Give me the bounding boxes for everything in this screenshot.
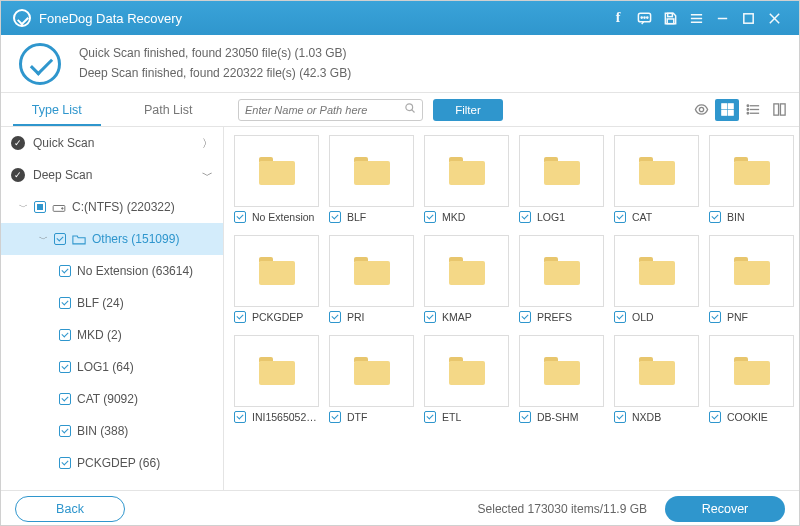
sidebar-item[interactable]: No Extension (63614) bbox=[1, 255, 223, 287]
checkbox[interactable] bbox=[59, 265, 71, 277]
save-icon[interactable] bbox=[657, 5, 683, 31]
grid-item[interactable]: NXDB bbox=[614, 335, 699, 427]
folder-thumb bbox=[234, 235, 319, 307]
checkbox[interactable] bbox=[614, 311, 626, 323]
checkbox[interactable] bbox=[424, 411, 436, 423]
sidebar-drive[interactable]: ﹀C:(NTFS) (220322) bbox=[1, 191, 223, 223]
checkbox[interactable] bbox=[329, 411, 341, 423]
chevron-down-icon: ﹀ bbox=[202, 168, 213, 183]
grid-item[interactable]: CAT bbox=[614, 135, 699, 227]
svg-rect-27 bbox=[780, 104, 785, 115]
grid-item[interactable]: DTF bbox=[329, 335, 414, 427]
grid-item[interactable]: BIN bbox=[709, 135, 794, 227]
maximize-icon[interactable] bbox=[735, 5, 761, 31]
folder-thumb bbox=[519, 235, 604, 307]
checkbox[interactable] bbox=[519, 311, 531, 323]
sidebar-item[interactable]: LOG1 (64) bbox=[1, 351, 223, 383]
menu-icon[interactable] bbox=[683, 5, 709, 31]
titlebar: FoneDog Data Recovery f bbox=[1, 1, 799, 35]
sidebar-item[interactable]: PCKGDEP (66) bbox=[1, 447, 223, 479]
sidebar-deep-scan[interactable]: ✓Deep Scan﹀ bbox=[1, 159, 223, 191]
grid-item-label: COOKIE bbox=[727, 411, 768, 423]
svg-rect-5 bbox=[667, 18, 674, 23]
filter-button[interactable]: Filter bbox=[433, 99, 503, 121]
svg-rect-4 bbox=[667, 13, 672, 16]
svg-rect-19 bbox=[728, 110, 733, 115]
checkbox[interactable] bbox=[709, 311, 721, 323]
feedback-icon[interactable] bbox=[631, 5, 657, 31]
checkbox[interactable] bbox=[329, 311, 341, 323]
checkbox[interactable] bbox=[424, 311, 436, 323]
recover-button[interactable]: Recover bbox=[665, 496, 785, 522]
grid-item[interactable]: DB-SHM bbox=[519, 335, 604, 427]
folder-thumb bbox=[519, 135, 604, 207]
facebook-icon[interactable]: f bbox=[605, 5, 631, 31]
sidebar-item[interactable]: BIN (388) bbox=[1, 415, 223, 447]
grid-item[interactable]: MKD bbox=[424, 135, 509, 227]
sidebar-item[interactable]: CAT (9092) bbox=[1, 383, 223, 415]
checkbox[interactable] bbox=[59, 361, 71, 373]
checkbox[interactable] bbox=[59, 329, 71, 341]
close-icon[interactable] bbox=[761, 5, 787, 31]
folder-icon bbox=[639, 257, 675, 285]
checkbox[interactable] bbox=[614, 211, 626, 223]
checkbox[interactable] bbox=[59, 297, 71, 309]
checkbox[interactable] bbox=[424, 211, 436, 223]
grid-item[interactable]: KMAP bbox=[424, 235, 509, 327]
grid-item[interactable]: PCKGDEP bbox=[234, 235, 319, 327]
tab-path-list[interactable]: Path List bbox=[113, 93, 225, 126]
sidebar-item[interactable]: MKD (2) bbox=[1, 319, 223, 351]
grid-item[interactable]: PREFS bbox=[519, 235, 604, 327]
checkbox[interactable] bbox=[234, 411, 246, 423]
search-box[interactable] bbox=[238, 99, 423, 121]
grid-item[interactable]: PRI bbox=[329, 235, 414, 327]
checkbox[interactable] bbox=[59, 457, 71, 469]
search-icon[interactable] bbox=[404, 102, 416, 117]
grid-item[interactable]: BLF bbox=[329, 135, 414, 227]
minimize-icon[interactable] bbox=[709, 5, 735, 31]
checkbox[interactable] bbox=[709, 411, 721, 423]
grid-item[interactable]: ETL bbox=[424, 335, 509, 427]
folder-thumb bbox=[519, 335, 604, 407]
folder-thumb bbox=[329, 135, 414, 207]
grid-item-label: CAT bbox=[632, 211, 652, 223]
sidebar: ✓Quick Scan〉 ✓Deep Scan﹀ ﹀C:(NTFS) (2203… bbox=[1, 127, 224, 490]
sidebar-quick-scan[interactable]: ✓Quick Scan〉 bbox=[1, 127, 223, 159]
grid-item-label: DB-SHM bbox=[537, 411, 578, 423]
preview-toggle-icon[interactable] bbox=[689, 99, 713, 121]
checkbox[interactable] bbox=[614, 411, 626, 423]
svg-point-23 bbox=[747, 105, 749, 107]
grid-item[interactable]: No Extension bbox=[234, 135, 319, 227]
checkbox[interactable] bbox=[234, 311, 246, 323]
grid-item[interactable]: OLD bbox=[614, 235, 699, 327]
checkbox[interactable] bbox=[519, 211, 531, 223]
checkbox[interactable] bbox=[59, 425, 71, 437]
folder-icon bbox=[259, 257, 295, 285]
folder-thumb bbox=[329, 235, 414, 307]
sidebar-item[interactable]: BLF (24) bbox=[1, 287, 223, 319]
folder-thumb bbox=[329, 335, 414, 407]
view-list-icon[interactable] bbox=[741, 99, 765, 121]
checkbox[interactable] bbox=[329, 211, 341, 223]
view-grid-icon[interactable] bbox=[715, 99, 739, 121]
grid-item[interactable]: PNF bbox=[709, 235, 794, 327]
search-input[interactable] bbox=[245, 104, 404, 116]
checkbox[interactable] bbox=[234, 211, 246, 223]
grid-item-label: BLF bbox=[347, 211, 366, 223]
back-button[interactable]: Back bbox=[15, 496, 125, 522]
svg-rect-26 bbox=[773, 104, 778, 115]
grid-item[interactable]: COOKIE bbox=[709, 335, 794, 427]
tab-type-list[interactable]: Type List bbox=[1, 93, 113, 126]
grid-item[interactable]: INI1565052569 bbox=[234, 335, 319, 427]
checkbox[interactable] bbox=[519, 411, 531, 423]
folder-icon bbox=[449, 357, 485, 385]
checkbox[interactable] bbox=[709, 211, 721, 223]
checkbox[interactable] bbox=[34, 201, 46, 213]
folder-thumb bbox=[614, 335, 699, 407]
view-detail-icon[interactable] bbox=[767, 99, 791, 121]
checkbox[interactable] bbox=[59, 393, 71, 405]
sidebar-others[interactable]: ﹀Others (151099) bbox=[1, 223, 223, 255]
app-title: FoneDog Data Recovery bbox=[39, 11, 182, 26]
checkbox[interactable] bbox=[54, 233, 66, 245]
grid-item[interactable]: LOG1 bbox=[519, 135, 604, 227]
